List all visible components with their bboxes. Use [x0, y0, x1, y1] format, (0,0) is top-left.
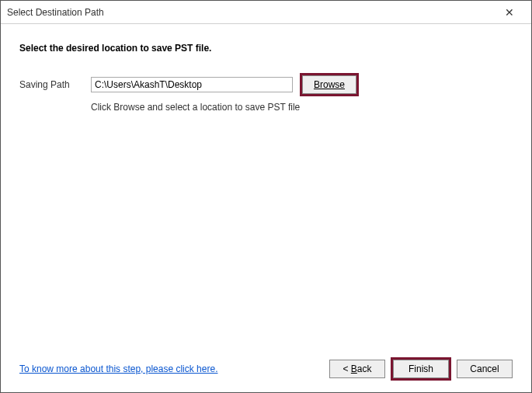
close-icon: ✕: [505, 6, 514, 19]
cancel-button[interactable]: Cancel: [457, 360, 513, 378]
dialog-window: Select Destination Path ✕ Select the des…: [0, 0, 532, 393]
finish-button[interactable]: Finish: [393, 360, 449, 378]
saving-path-input[interactable]: [91, 77, 293, 92]
saving-path-label: Saving Path: [19, 79, 82, 90]
instruction-text: Select the desired location to save PST …: [19, 43, 513, 54]
browse-button[interactable]: Browse: [302, 75, 356, 94]
titlebar: Select Destination Path ✕: [1, 1, 531, 24]
footer-buttons: < Back Finish Cancel: [329, 360, 513, 378]
back-button[interactable]: < Back: [329, 360, 385, 378]
help-link[interactable]: To know more about this step, please cli…: [19, 363, 217, 374]
hint-text: Click Browse and select a location to sa…: [91, 102, 513, 113]
close-button[interactable]: ✕: [494, 2, 525, 23]
window-title: Select Destination Path: [7, 7, 494, 18]
saving-path-row: Saving Path Browse: [19, 75, 513, 94]
footer: To know more about this step, please cli…: [1, 353, 531, 392]
content-area: Select the desired location to save PST …: [1, 24, 531, 353]
